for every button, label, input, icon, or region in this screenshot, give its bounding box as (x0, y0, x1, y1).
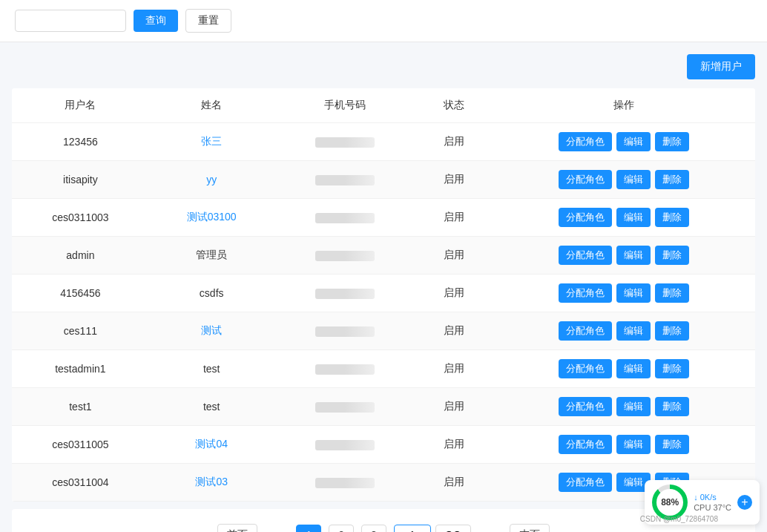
cpu-add-button[interactable]: + (737, 495, 752, 510)
delete-button[interactable]: 删除 (655, 283, 689, 303)
table-row: ces111 测试 启用 分配角色 编辑 删除 (12, 312, 755, 350)
reset-button[interactable]: 重置 (185, 9, 231, 33)
col-action: 操作 (492, 88, 755, 123)
table-row: 123456 张三 启用 分配角色 编辑 删除 (12, 123, 755, 161)
action-buttons: 分配角色 编辑 删除 (504, 246, 743, 265)
cell-username: ces0311003 (12, 199, 149, 237)
cell-actions: 分配角色 编辑 删除 (492, 426, 755, 464)
delete-button[interactable]: 删除 (655, 397, 689, 416)
phone-blur (315, 289, 375, 299)
cell-phone (274, 350, 416, 388)
page-jump-input[interactable] (394, 525, 431, 532)
toolbar: 新增用户 (12, 54, 755, 79)
page-1-button[interactable]: 1 (296, 525, 321, 532)
table-row: test1 test 启用 分配角色 编辑 删除 (12, 388, 755, 426)
cell-status: 启用 (416, 237, 492, 275)
search-input[interactable] (15, 10, 126, 32)
assign-role-button[interactable]: 分配角色 (559, 283, 612, 303)
table-row: 4156456 csdfs 启用 分配角色 编辑 删除 (12, 275, 755, 312)
cpu-percent: 88% (656, 489, 683, 516)
edit-button[interactable]: 编辑 (616, 435, 651, 454)
table-header-row: 用户名 姓名 手机号码 状态 操作 (12, 88, 755, 123)
page-2-button[interactable]: 2 (329, 525, 354, 532)
first-page-button[interactable]: 首页 (217, 524, 257, 532)
cell-username: testadmin1 (12, 350, 149, 388)
edit-button[interactable]: 编辑 (616, 397, 651, 416)
go-button[interactable]: GO (435, 525, 471, 532)
edit-button[interactable]: 编辑 (616, 208, 651, 227)
cell-status: 启用 (416, 199, 492, 237)
action-buttons: 分配角色 编辑 删除 (504, 170, 743, 189)
cell-name: yy (149, 161, 274, 199)
table-row: ces0311003 测试03100 启用 分配角色 编辑 删除 (12, 199, 755, 237)
edit-button[interactable]: 编辑 (616, 321, 651, 341)
action-buttons: 分配角色 编辑 删除 (504, 283, 743, 303)
last-page-button[interactable]: 末页 (510, 524, 550, 532)
query-button[interactable]: 查询 (134, 10, 178, 32)
cell-username: admin (12, 237, 149, 275)
add-user-button[interactable]: 新增用户 (687, 54, 755, 79)
cell-phone (274, 312, 416, 350)
page-3-button[interactable]: 3 (361, 525, 386, 532)
cpu-info: ↓ 0K/s CPU 37°C (694, 493, 731, 512)
assign-role-button[interactable]: 分配角色 (559, 132, 612, 151)
col-phone: 手机号码 (274, 88, 416, 123)
assign-role-button[interactable]: 分配角色 (559, 170, 612, 189)
top-bar: 查询 重置 (0, 0, 767, 42)
assign-role-button[interactable]: 分配角色 (559, 359, 612, 378)
cell-status: 启用 (416, 275, 492, 312)
next-page-button[interactable]: → (478, 525, 502, 532)
assign-role-button[interactable]: 分配角色 (559, 435, 612, 454)
phone-blur (315, 213, 375, 223)
cell-status: 启用 (416, 312, 492, 350)
phone-blur (315, 251, 375, 261)
cell-name: 测试04 (149, 426, 274, 464)
cell-status: 启用 (416, 123, 492, 161)
phone-blur (315, 175, 375, 185)
edit-button[interactable]: 编辑 (616, 359, 651, 378)
action-buttons: 分配角色 编辑 删除 (504, 359, 743, 378)
col-username: 用户名 (12, 88, 149, 123)
cell-actions: 分配角色 编辑 删除 (492, 161, 755, 199)
cell-status: 启用 (416, 161, 492, 199)
phone-blur (315, 478, 375, 488)
delete-button[interactable]: 删除 (655, 246, 689, 265)
edit-button[interactable]: 编辑 (616, 246, 651, 265)
col-status: 状态 (416, 88, 492, 123)
col-name: 姓名 (149, 88, 274, 123)
cell-phone (274, 123, 416, 161)
assign-role-button[interactable]: 分配角色 (559, 208, 612, 227)
delete-button[interactable]: 删除 (655, 170, 689, 189)
delete-button[interactable]: 删除 (655, 435, 689, 454)
cell-username: ces0311004 (12, 464, 149, 502)
edit-button[interactable]: 编辑 (616, 132, 651, 151)
cell-actions: 分配角色 编辑 删除 (492, 237, 755, 275)
action-buttons: 分配角色 编辑 删除 (504, 208, 743, 227)
edit-button[interactable]: 编辑 (616, 170, 651, 189)
action-buttons: 分配角色 编辑 删除 (504, 397, 743, 416)
assign-role-button[interactable]: 分配角色 (559, 321, 612, 341)
cell-actions: 分配角色 编辑 删除 (492, 123, 755, 161)
assign-role-button[interactable]: 分配角色 (559, 246, 612, 265)
cell-phone (274, 237, 416, 275)
cell-username: itisapity (12, 161, 149, 199)
cell-name: test (149, 350, 274, 388)
table-row: testadmin1 test 启用 分配角色 编辑 删除 (12, 350, 755, 388)
delete-button[interactable]: 删除 (655, 321, 689, 341)
delete-button[interactable]: 删除 (655, 359, 689, 378)
assign-role-button[interactable]: 分配角色 (559, 397, 612, 416)
cell-phone (274, 388, 416, 426)
cell-username: 123456 (12, 123, 149, 161)
action-buttons: 分配角色 编辑 删除 (504, 435, 743, 454)
assign-role-button[interactable]: 分配角色 (559, 473, 612, 492)
prev-page-button[interactable]: ← (265, 525, 289, 532)
cell-username: 4156456 (12, 275, 149, 312)
cpu-speed: ↓ 0K/s (694, 493, 731, 502)
edit-button[interactable]: 编辑 (616, 283, 651, 303)
action-buttons: 分配角色 编辑 删除 (504, 321, 743, 341)
phone-blur (315, 440, 375, 450)
delete-button[interactable]: 删除 (655, 208, 689, 227)
phone-blur (315, 364, 375, 375)
delete-button[interactable]: 删除 (655, 132, 689, 151)
page-jump: GO (394, 525, 471, 532)
